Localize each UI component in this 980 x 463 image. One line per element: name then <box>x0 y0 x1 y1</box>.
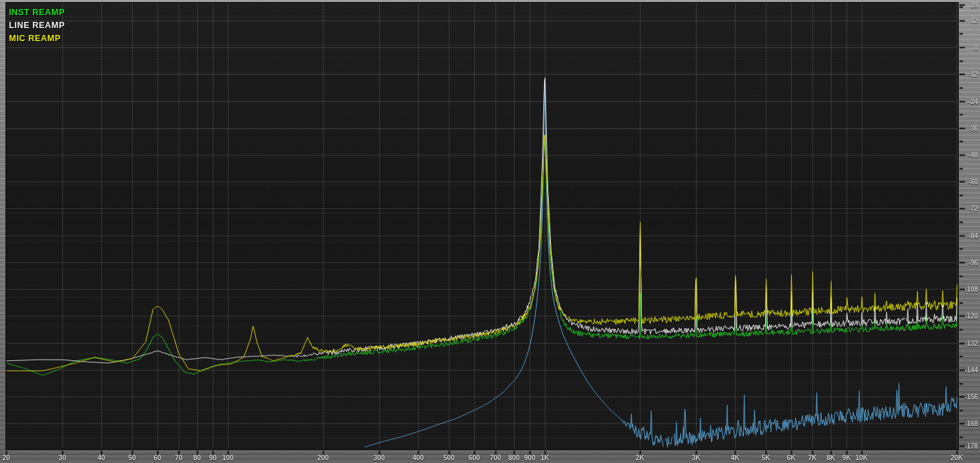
y-tick-label: -120 <box>962 312 978 320</box>
x-tick-label: 900 <box>524 453 536 462</box>
x-tick-label: 100 <box>222 453 233 462</box>
x-tick-label: 60 <box>153 453 161 462</box>
y-tick-label: -178 <box>962 442 978 450</box>
y-tick-label: -168 <box>962 419 978 427</box>
x-tick-label: 30 <box>58 453 66 462</box>
x-tick-label: 20 <box>2 453 10 462</box>
x-tick-label: 1K <box>540 453 549 462</box>
legend-item-line-reamp[interactable]: LINE REAMP <box>9 18 65 32</box>
x-tick-label: 80 <box>193 453 201 462</box>
y-tick-label: -132 <box>962 339 978 347</box>
legend: INST REAMP LINE REAMP MIC REAMP <box>9 5 67 45</box>
x-tick-label: 6K <box>787 453 796 462</box>
y-tick-label: 12 <box>962 16 978 25</box>
y-tick-label: -108 <box>962 285 978 293</box>
y-tick-label: 19 <box>962 1 978 9</box>
y-tick-label: 0 <box>962 43 978 51</box>
x-tick-label: 8K <box>826 453 835 462</box>
x-tick-label: 50 <box>129 453 136 462</box>
x-tick-label: 70 <box>175 453 182 462</box>
y-tick-label: -84 <box>962 232 978 240</box>
y-tick-label: -156 <box>962 392 978 401</box>
x-tick-label: 700 <box>490 453 502 462</box>
spectrum-plot-canvas[interactable] <box>0 0 980 463</box>
x-tick-label: 9K <box>842 453 851 462</box>
x-tick-label: 90 <box>209 453 217 462</box>
y-tick-label: -24 <box>962 97 978 105</box>
x-tick-label: 20K <box>951 453 963 462</box>
legend-item-inst-reamp[interactable]: INST REAMP <box>9 5 65 18</box>
y-tick-label: -12 <box>962 70 978 78</box>
x-tick-label: 300 <box>373 453 385 462</box>
y-tick-label: -72 <box>962 204 978 212</box>
y-tick-label: -60 <box>962 177 978 186</box>
y-tick-label: -144 <box>962 366 978 374</box>
spectrum-analyzer-panel: INST REAMP LINE REAMP MIC REAMP 20304050… <box>0 0 980 463</box>
x-tick-label: 800 <box>508 453 519 462</box>
x-tick-label: 40 <box>98 453 105 462</box>
x-tick-label: 7K <box>808 453 817 462</box>
x-tick-label: 3K <box>691 453 700 462</box>
x-tick-label: 2K <box>636 453 645 462</box>
x-tick-label: 5K <box>762 453 771 462</box>
x-tick-label: 600 <box>469 453 480 462</box>
x-tick-label: 500 <box>443 453 455 462</box>
y-tick-label: -36 <box>962 124 978 132</box>
y-tick-label: -96 <box>962 258 978 266</box>
x-tick-label: 400 <box>413 453 424 462</box>
x-tick-label: 4K <box>731 453 740 462</box>
legend-item-mic-reamp[interactable]: MIC REAMP <box>9 32 65 45</box>
y-tick-label: -48 <box>962 151 978 159</box>
x-tick-label: 10K <box>855 453 868 462</box>
x-tick-label: 200 <box>318 453 329 462</box>
